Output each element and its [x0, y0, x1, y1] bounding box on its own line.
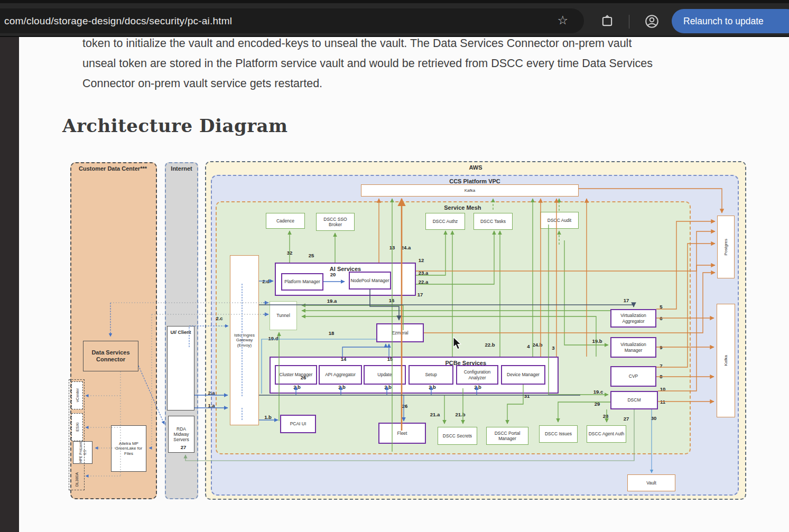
- node-dscm: DSCM: [610, 391, 658, 409]
- node-virtualization-manager: Virtualization Manager: [610, 337, 656, 358]
- node-label: Alletra MP GreenLake for Files: [112, 441, 146, 456]
- node-sso-broker: DSCC SSO Broker: [316, 213, 355, 231]
- bookmark-star-icon[interactable]: ☆: [557, 13, 568, 27]
- node-ui-client: UI/ Client: [167, 326, 194, 410]
- node-label: Postgres: [723, 239, 729, 256]
- node-label: PCAI UI: [290, 421, 307, 426]
- edge-label-2.b: 2.b: [429, 384, 436, 390]
- node-label: Istio Ingres Gateway (Envoy): [230, 333, 258, 348]
- edge-label-1.b: 1.b: [264, 414, 272, 420]
- edge-label-24.b: 24.b: [532, 342, 542, 348]
- edge-label-4: 4: [527, 343, 530, 349]
- address-bar[interactable]: com/cloud/storage-design/docs/security/p…: [0, 8, 584, 33]
- edge-label-1.a: 1.a: [208, 403, 215, 408]
- edge-label-3: 3: [552, 345, 554, 351]
- edge-label-27: 27: [624, 416, 629, 422]
- edge-label-14: 14: [341, 356, 347, 362]
- window-left-strip: [0, 37, 19, 532]
- edge-label-2.b: 2.b: [474, 384, 481, 390]
- edge-label-26: 26: [402, 403, 408, 409]
- node-label: DSCC Secrets: [443, 433, 472, 438]
- relaunch-to-update-button[interactable]: Relaunch to update: [672, 9, 789, 33]
- edge-label-10: 10: [660, 386, 666, 392]
- node-dscc-issues: DSCC Issues: [539, 425, 578, 443]
- edge-label-2.d: 2.d: [262, 278, 270, 284]
- edge-label-2.a: 2.a: [208, 390, 215, 396]
- node-label: Data Services Connector: [83, 349, 138, 363]
- edge-label-2.b: 2.b: [338, 384, 346, 390]
- node-pcai-ui: PCAI UI: [280, 415, 316, 433]
- node-api-aggregator: API Aggregator: [319, 365, 362, 385]
- edge-label-22.b: 22.b: [485, 342, 495, 348]
- node-kafka-right: Kafka: [717, 304, 735, 417]
- node-dscc-tasks: DSCC Tasks: [474, 213, 513, 230]
- edge-label-17: 17: [624, 297, 629, 303]
- node-virtualization-aggregator: Virtualization Aggregator: [610, 309, 656, 328]
- node-label: Vault: [646, 480, 656, 486]
- node-label: Virtualization Manager: [611, 342, 655, 352]
- page-title: Architecture Diagram: [62, 115, 288, 136]
- node-label: Update: [377, 372, 392, 377]
- edge-label-23.a: 23.a: [419, 270, 429, 276]
- node-data-services-connector: Data Services Connector: [83, 341, 138, 371]
- node-dscc-audit: DSCC Audit: [540, 212, 579, 229]
- node-label: Configuration Analyzer: [457, 369, 497, 380]
- edge-label-2.b: 2.b: [384, 384, 392, 390]
- edge-label-27: 27: [181, 444, 187, 450]
- node-label: DSCC Authz: [433, 219, 458, 224]
- url-text[interactable]: com/cloud/storage-design/docs/security/p…: [4, 15, 232, 27]
- edge-label-6: 6: [660, 315, 662, 321]
- node-kafka-top: Kafka: [361, 184, 579, 197]
- edge-label-2.c: 2.c: [216, 315, 222, 321]
- node-platform-manager: Platform Manager: [281, 273, 323, 291]
- edge-label-19.d: 19.d: [268, 335, 278, 341]
- node-dscc-secrets: DSCC Secrets: [438, 427, 477, 445]
- edge-label-17: 17: [417, 292, 423, 297]
- edge-label-22.a: 22.a: [419, 279, 429, 285]
- node-label: Ezmeral: [392, 330, 408, 335]
- paragraph-line: token to initialize the vault and encode…: [82, 37, 632, 50]
- node-cluster-manager: Cluster Manager: [275, 365, 317, 385]
- edge-label-19.c: 19.c: [593, 389, 604, 395]
- node-fleet: Fleet: [378, 423, 426, 444]
- edge-label-13: 13: [389, 245, 395, 250]
- edge-label-26: 26: [301, 375, 307, 380]
- edge-label-29: 29: [595, 401, 600, 407]
- browser-toolbar: com/cloud/storage-design/docs/security/p…: [0, 3, 789, 36]
- edge-label-21.b: 21.b: [455, 412, 465, 417]
- edge-label-25: 25: [309, 253, 314, 258]
- node-label: Device Manager: [507, 372, 540, 377]
- paragraph-line: unseal token are stored in the Platform …: [82, 57, 653, 70]
- edge-label-11: 11: [660, 399, 665, 405]
- node-device-manager: Device Manager: [501, 365, 545, 385]
- edge-label-30: 30: [651, 415, 657, 421]
- node-label: Tunnel: [276, 313, 290, 318]
- node-label: DSCC Agent Auth: [589, 431, 625, 436]
- node-label: DSCC Issues: [545, 431, 572, 436]
- node-label: CVP: [629, 374, 638, 379]
- node-cadence: Cadence: [266, 213, 305, 229]
- node-label: RDA Midway Servers: [169, 426, 194, 443]
- node-label: API Aggregator: [325, 372, 356, 377]
- node-label: DSCC Audit: [547, 218, 571, 223]
- edge-label-31: 31: [524, 393, 530, 399]
- edge-label-19.b: 19.b: [592, 338, 602, 344]
- extensions-icon[interactable]: [600, 14, 614, 28]
- edge-label-5: 5: [660, 304, 662, 310]
- node-label: UI/ Client: [170, 330, 191, 335]
- node-label: Cadence: [276, 218, 294, 223]
- edge-label-20: 20: [330, 272, 336, 277]
- edge-label-28: 28: [603, 413, 609, 419]
- node-dscc-authz: DSCC Authz: [425, 213, 465, 230]
- profile-icon[interactable]: [645, 14, 659, 29]
- node-label: DSCM: [627, 397, 641, 403]
- toolbar-separator: [629, 15, 629, 29]
- node-label: Service Mesh: [444, 204, 481, 211]
- node-cvp: CVP: [610, 366, 656, 387]
- edge-label-16: 16: [389, 297, 395, 303]
- edge-label-32: 32: [287, 250, 293, 256]
- edge-label-24.a: 24.a: [401, 245, 411, 250]
- node-nodepool-manager: NodePool Manager: [349, 272, 391, 290]
- edge-label-7: 7: [660, 363, 662, 369]
- edge-label-8: 8: [660, 374, 662, 379]
